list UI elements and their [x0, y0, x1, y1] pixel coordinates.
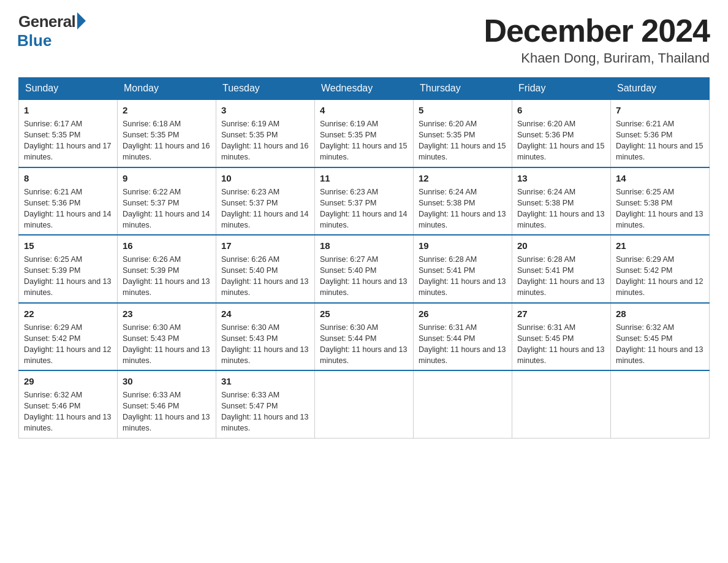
day-info: Sunrise: 6:23 AMSunset: 5:37 PMDaylight:…	[221, 186, 309, 231]
table-row: 28Sunrise: 6:32 AMSunset: 5:45 PMDayligh…	[611, 303, 710, 371]
table-row: 12Sunrise: 6:24 AMSunset: 5:38 PMDayligh…	[414, 167, 512, 236]
table-row	[512, 370, 611, 438]
day-number: 27	[517, 307, 605, 320]
col-sunday: Sunday	[19, 78, 118, 100]
day-number: 4	[320, 104, 408, 117]
calendar-week-1: 1Sunrise: 6:17 AMSunset: 5:35 PMDaylight…	[19, 99, 710, 167]
col-saturday: Saturday	[611, 78, 710, 100]
table-row: 14Sunrise: 6:25 AMSunset: 5:38 PMDayligh…	[611, 167, 710, 236]
day-info: Sunrise: 6:29 AMSunset: 5:42 PMDaylight:…	[616, 254, 704, 299]
day-info: Sunrise: 6:26 AMSunset: 5:39 PMDaylight:…	[123, 254, 211, 299]
day-number: 15	[24, 239, 112, 252]
day-info: Sunrise: 6:19 AMSunset: 5:35 PMDaylight:…	[320, 118, 408, 163]
day-number: 3	[221, 104, 309, 117]
day-number: 20	[517, 239, 605, 252]
table-row: 13Sunrise: 6:24 AMSunset: 5:38 PMDayligh…	[512, 167, 611, 236]
table-row	[611, 370, 710, 438]
day-info: Sunrise: 6:23 AMSunset: 5:37 PMDaylight:…	[320, 186, 408, 231]
table-row: 16Sunrise: 6:26 AMSunset: 5:39 PMDayligh…	[118, 235, 216, 303]
logo-triangle-icon	[77, 12, 86, 29]
day-info: Sunrise: 6:26 AMSunset: 5:40 PMDaylight:…	[221, 254, 309, 299]
day-number: 6	[517, 104, 605, 117]
day-info: Sunrise: 6:21 AMSunset: 5:36 PMDaylight:…	[24, 186, 112, 231]
table-row: 19Sunrise: 6:28 AMSunset: 5:41 PMDayligh…	[414, 235, 512, 303]
table-row: 7Sunrise: 6:21 AMSunset: 5:36 PMDaylight…	[611, 99, 710, 167]
day-number: 31	[221, 375, 309, 388]
table-row	[414, 370, 512, 438]
day-number: 21	[616, 239, 704, 252]
table-row: 11Sunrise: 6:23 AMSunset: 5:37 PMDayligh…	[315, 167, 414, 236]
day-info: Sunrise: 6:27 AMSunset: 5:40 PMDaylight:…	[320, 254, 408, 299]
table-row: 1Sunrise: 6:17 AMSunset: 5:35 PMDaylight…	[19, 99, 118, 167]
day-number: 29	[24, 375, 112, 388]
day-number: 12	[419, 172, 507, 185]
col-monday: Monday	[118, 78, 216, 100]
table-row: 27Sunrise: 6:31 AMSunset: 5:45 PMDayligh…	[512, 303, 611, 371]
table-row: 25Sunrise: 6:30 AMSunset: 5:44 PMDayligh…	[315, 303, 414, 371]
day-info: Sunrise: 6:21 AMSunset: 5:36 PMDaylight:…	[616, 118, 704, 163]
table-row: 20Sunrise: 6:28 AMSunset: 5:41 PMDayligh…	[512, 235, 611, 303]
day-number: 24	[221, 307, 309, 320]
day-number: 17	[221, 239, 309, 252]
day-info: Sunrise: 6:19 AMSunset: 5:35 PMDaylight:…	[221, 118, 309, 163]
day-number: 25	[320, 307, 408, 320]
logo-general-text: General	[18, 12, 75, 31]
day-number: 14	[616, 172, 704, 185]
day-number: 16	[123, 239, 211, 252]
day-info: Sunrise: 6:30 AMSunset: 5:43 PMDaylight:…	[221, 322, 309, 367]
day-info: Sunrise: 6:31 AMSunset: 5:44 PMDaylight:…	[419, 322, 507, 367]
table-row: 26Sunrise: 6:31 AMSunset: 5:44 PMDayligh…	[414, 303, 512, 371]
title-block: December 2024 Khaen Dong, Buriram, Thail…	[483, 12, 710, 66]
table-row: 29Sunrise: 6:32 AMSunset: 5:46 PMDayligh…	[19, 370, 118, 438]
day-info: Sunrise: 6:24 AMSunset: 5:38 PMDaylight:…	[419, 186, 507, 231]
table-row: 6Sunrise: 6:20 AMSunset: 5:36 PMDaylight…	[512, 99, 611, 167]
day-number: 2	[123, 104, 211, 117]
table-row: 10Sunrise: 6:23 AMSunset: 5:37 PMDayligh…	[216, 167, 315, 236]
day-number: 1	[24, 104, 112, 117]
table-row: 4Sunrise: 6:19 AMSunset: 5:35 PMDaylight…	[315, 99, 414, 167]
day-info: Sunrise: 6:28 AMSunset: 5:41 PMDaylight:…	[419, 254, 507, 299]
day-info: Sunrise: 6:18 AMSunset: 5:35 PMDaylight:…	[123, 118, 211, 163]
day-number: 9	[123, 172, 211, 185]
day-info: Sunrise: 6:30 AMSunset: 5:43 PMDaylight:…	[123, 322, 211, 367]
table-row: 9Sunrise: 6:22 AMSunset: 5:37 PMDaylight…	[118, 167, 216, 236]
day-info: Sunrise: 6:29 AMSunset: 5:42 PMDaylight:…	[24, 322, 112, 367]
table-row: 31Sunrise: 6:33 AMSunset: 5:47 PMDayligh…	[216, 370, 315, 438]
day-number: 26	[419, 307, 507, 320]
table-row: 21Sunrise: 6:29 AMSunset: 5:42 PMDayligh…	[611, 235, 710, 303]
day-number: 10	[221, 172, 309, 185]
calendar-header-row: Sunday Monday Tuesday Wednesday Thursday…	[19, 78, 710, 100]
day-info: Sunrise: 6:31 AMSunset: 5:45 PMDaylight:…	[517, 322, 605, 367]
table-row: 8Sunrise: 6:21 AMSunset: 5:36 PMDaylight…	[19, 167, 118, 236]
day-number: 18	[320, 239, 408, 252]
table-row	[315, 370, 414, 438]
day-info: Sunrise: 6:33 AMSunset: 5:47 PMDaylight:…	[221, 389, 309, 434]
day-number: 7	[616, 104, 704, 117]
day-info: Sunrise: 6:25 AMSunset: 5:39 PMDaylight:…	[24, 254, 112, 299]
calendar-week-2: 8Sunrise: 6:21 AMSunset: 5:36 PMDaylight…	[19, 167, 710, 236]
day-number: 30	[123, 375, 211, 388]
table-row: 24Sunrise: 6:30 AMSunset: 5:43 PMDayligh…	[216, 303, 315, 371]
day-info: Sunrise: 6:25 AMSunset: 5:38 PMDaylight:…	[616, 186, 704, 231]
col-friday: Friday	[512, 78, 611, 100]
col-wednesday: Wednesday	[315, 78, 414, 100]
table-row: 5Sunrise: 6:20 AMSunset: 5:35 PMDaylight…	[414, 99, 512, 167]
page-header: General Blue December 2024 Khaen Dong, B…	[18, 12, 710, 66]
day-number: 28	[616, 307, 704, 320]
day-number: 22	[24, 307, 112, 320]
table-row: 30Sunrise: 6:33 AMSunset: 5:46 PMDayligh…	[118, 370, 216, 438]
day-info: Sunrise: 6:32 AMSunset: 5:45 PMDaylight:…	[616, 322, 704, 367]
logo: General Blue	[18, 12, 86, 50]
table-row: 17Sunrise: 6:26 AMSunset: 5:40 PMDayligh…	[216, 235, 315, 303]
calendar-week-3: 15Sunrise: 6:25 AMSunset: 5:39 PMDayligh…	[19, 235, 710, 303]
day-info: Sunrise: 6:28 AMSunset: 5:41 PMDaylight:…	[517, 254, 605, 299]
day-info: Sunrise: 6:17 AMSunset: 5:35 PMDaylight:…	[24, 118, 112, 163]
calendar-table: Sunday Monday Tuesday Wednesday Thursday…	[18, 77, 710, 439]
table-row: 3Sunrise: 6:19 AMSunset: 5:35 PMDaylight…	[216, 99, 315, 167]
table-row: 23Sunrise: 6:30 AMSunset: 5:43 PMDayligh…	[118, 303, 216, 371]
logo-blue-text: Blue	[17, 31, 51, 50]
day-info: Sunrise: 6:30 AMSunset: 5:44 PMDaylight:…	[320, 322, 408, 367]
day-info: Sunrise: 6:20 AMSunset: 5:35 PMDaylight:…	[419, 118, 507, 163]
day-number: 11	[320, 172, 408, 185]
month-year-title: December 2024	[483, 12, 710, 49]
